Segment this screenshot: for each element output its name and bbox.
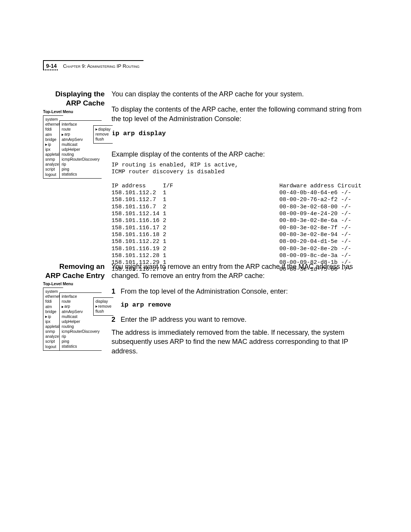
menu-item: script <box>45 339 61 344</box>
paragraph: You might want to remove an entry from t… <box>112 262 373 281</box>
menu-item-label: remove <box>96 132 109 136</box>
menu-item: icmpRouterDiscovery <box>62 329 100 334</box>
menu-item-label: ipx <box>45 319 50 324</box>
menu-item-label: route <box>62 127 71 131</box>
menu-item: bridge <box>45 137 61 142</box>
menu-item-label: ping <box>62 339 69 343</box>
menu-item-label: ping <box>62 167 69 171</box>
menu-item: system <box>45 117 61 122</box>
menu-item: display <box>96 299 112 304</box>
menu-item-label: bridge <box>45 309 56 314</box>
menu-item-label: atmArpServ <box>62 309 83 314</box>
menu-item: atm <box>45 132 61 137</box>
menu-item: fddi <box>45 299 61 304</box>
menu-item: routing <box>62 152 100 157</box>
menu-item-label: ethernet <box>45 122 60 126</box>
menu-item-label: rip <box>62 162 66 166</box>
menu-item-label: script <box>45 167 55 171</box>
menu-item: system <box>45 289 61 294</box>
menu-item-label: routing <box>62 324 74 329</box>
menu-item-label: route <box>62 299 71 304</box>
menu-item-label: script <box>45 339 55 343</box>
menu-box-1: Top-Level Menu systemethernetfddiatmbrid… <box>43 109 113 179</box>
page-header: 9-14 Chapter 9: Administering IP Routing <box>43 60 373 70</box>
menu-item-label: ip <box>48 314 51 319</box>
menu-item: snmp <box>45 157 61 162</box>
menu-item: rip <box>62 334 100 339</box>
menu-item-label: ethernet <box>45 294 60 299</box>
menu-item-label: interface <box>62 294 77 299</box>
menu-item-label: system <box>45 289 58 294</box>
menu-item-label: display <box>98 127 111 131</box>
menu-item-label: fddi <box>45 127 52 131</box>
menu-item: appletalk <box>45 324 61 329</box>
menu-item-label: ip <box>48 142 51 147</box>
step-text: From the top level of the Administration… <box>121 288 288 295</box>
step-list: From the top level of the Administration… <box>112 287 373 356</box>
menu-item-label: multicast <box>62 314 77 319</box>
step-1: From the top level of the Administration… <box>112 287 373 310</box>
menu-item-label: arp <box>64 304 70 308</box>
menu-item-label: atm <box>45 304 52 309</box>
menu-item: logout <box>45 172 61 177</box>
menu-item: statistics <box>62 172 100 177</box>
section-heading-1: Displaying the ARP Cache <box>43 89 112 108</box>
menu-item: snmp <box>45 329 61 334</box>
chevron-right-icon <box>45 144 47 146</box>
chapter-title: Chapter 9: Administering IP Routing <box>63 63 139 69</box>
command: ip arp remove <box>121 301 171 308</box>
chevron-right-icon <box>96 305 97 308</box>
menu-item-label: routing <box>62 152 74 157</box>
menu-item: ping <box>62 339 100 344</box>
menu-title: Top-Level Menu <box>43 109 113 114</box>
decorative-dots: ••••••••• <box>43 68 59 72</box>
menu-item-label: bridge <box>45 137 56 142</box>
menu-item-label: logout <box>45 344 56 349</box>
menu-item: ethernet <box>45 294 61 299</box>
menu-item: rip <box>62 162 100 167</box>
menu-item: remove <box>96 132 111 137</box>
menu-item-label: display <box>96 299 108 304</box>
menu-item-label: analyzer <box>45 162 61 166</box>
menu-item: ip <box>45 314 61 319</box>
step-text-2: The address is immediately removed from … <box>112 328 373 356</box>
menu-item-label: logout <box>45 172 56 177</box>
menu-item-label: flush <box>96 309 104 313</box>
menu-item-label: appletalk <box>45 152 61 157</box>
menu-item-label: statistics <box>62 172 77 176</box>
menu-item: script <box>45 167 61 172</box>
menu-item: flush <box>96 137 111 142</box>
menu-item: analyzer <box>45 162 61 167</box>
chevron-right-icon <box>96 128 97 131</box>
menu-item-label: ipx <box>45 147 50 152</box>
step-2: Enter the IP address you want to remove.… <box>112 315 373 356</box>
chevron-right-icon <box>62 134 64 136</box>
menu-item-label: udpHelper <box>62 147 80 152</box>
menu-item-label: udpHelper <box>62 319 80 324</box>
menu-item-label: multicast <box>62 142 77 147</box>
paragraph: Example display of the contents of the A… <box>112 150 373 159</box>
menu-item: atm <box>45 304 61 309</box>
menu-item-label: rip <box>62 334 66 339</box>
section-body-1: You can display the contents of the ARP … <box>112 89 373 165</box>
step-text: Enter the IP address you want to remove. <box>121 316 247 323</box>
menu-item: ping <box>62 167 100 172</box>
menu-item-label: remove <box>98 304 112 308</box>
menu-item: logout <box>45 344 61 349</box>
menu-item: ethernet <box>45 122 61 127</box>
menu-item: udpHelper <box>62 147 100 152</box>
menu-item: icmpRouterDiscovery <box>62 157 100 162</box>
menu-item: display <box>96 127 111 132</box>
menu-item: flush <box>96 309 112 314</box>
paragraph: You can display the contents of the ARP … <box>112 89 373 99</box>
menu-item-label: icmpRouterDiscovery <box>62 329 100 334</box>
menu-item-label: snmp <box>45 157 55 161</box>
paragraph: To display the contents of the ARP cache… <box>112 105 373 123</box>
menu-item: bridge <box>45 309 61 314</box>
menu-item: appletalk <box>45 152 61 157</box>
menu-item-label: analyzer <box>45 334 61 339</box>
menu-item-label: atmArpServ <box>62 137 83 142</box>
menu-item: fddi <box>45 127 61 132</box>
menu-item: ip <box>45 142 61 147</box>
menu-item: ipx <box>45 147 61 152</box>
